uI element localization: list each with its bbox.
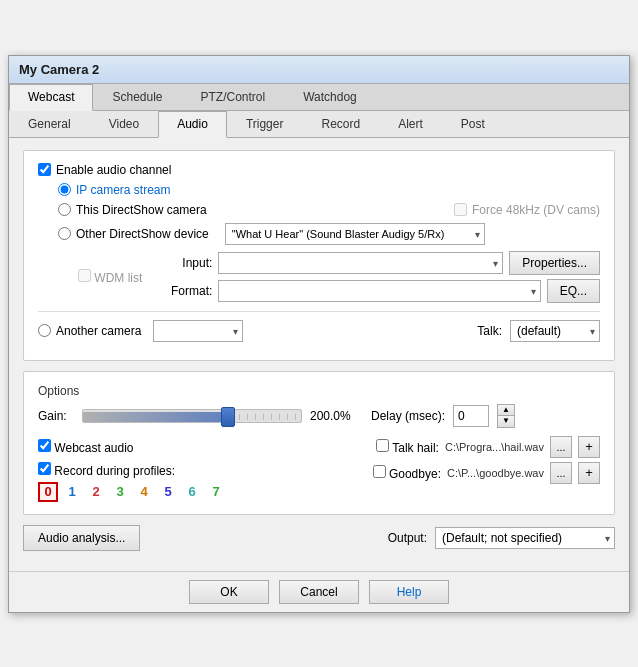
talk-select[interactable]: (default) — [510, 320, 600, 342]
cancel-button[interactable]: Cancel — [279, 580, 359, 604]
tab-post[interactable]: Post — [442, 111, 504, 137]
talk-hail-checkbox[interactable] — [376, 439, 389, 452]
directshow-camera-row: This DirectShow camera Force 48kHz (DV c… — [58, 203, 600, 217]
tab-webcast[interactable]: Webcast — [9, 84, 93, 111]
talk-hail-label[interactable]: Talk hail: — [376, 439, 439, 455]
talk-label: Talk: — [477, 324, 502, 338]
enable-audio-row: Enable audio channel — [38, 163, 600, 177]
gain-value: 200.0% — [310, 409, 355, 423]
tab-trigger[interactable]: Trigger — [227, 111, 303, 137]
title-bar: My Camera 2 — [9, 56, 629, 84]
tab-record[interactable]: Record — [302, 111, 379, 137]
bottom-buttons: OK Cancel Help — [9, 571, 629, 612]
delay-input[interactable] — [453, 405, 489, 427]
main-window: My Camera 2 Webcast Schedule PTZ/Control… — [8, 55, 630, 613]
other-device-label[interactable]: Other DirectShow device — [58, 227, 209, 241]
window-title: My Camera 2 — [19, 62, 99, 77]
top-tab-bar: Webcast Schedule PTZ/Control Watchdog — [9, 84, 629, 111]
goodbye-checkbox[interactable] — [373, 465, 386, 478]
talk-hail-add-button[interactable]: + — [578, 436, 600, 458]
goodbye-add-button[interactable]: + — [578, 462, 600, 484]
talk-hail-browse-button[interactable]: ... — [550, 436, 572, 458]
profile-0[interactable]: 0 — [38, 482, 58, 502]
gain-label: Gain: — [38, 409, 74, 423]
force-48khz-checkbox[interactable] — [454, 203, 467, 216]
tab-watchdog[interactable]: Watchdog — [284, 84, 376, 110]
tab-schedule[interactable]: Schedule — [93, 84, 181, 110]
audio-section: Enable audio channel IP camera stream Th… — [23, 150, 615, 361]
ip-camera-row: IP camera stream — [58, 183, 600, 197]
tab-alert[interactable]: Alert — [379, 111, 442, 137]
gain-row: Gain: 200.0% Delay (msec): ▲ ▼ — [38, 404, 600, 428]
profile-3[interactable]: 3 — [110, 482, 130, 502]
record-during-label[interactable]: Record during profiles: — [38, 464, 175, 478]
profile-6[interactable]: 6 — [182, 482, 202, 502]
tab-general[interactable]: General — [9, 111, 90, 137]
tab-video[interactable]: Video — [90, 111, 158, 137]
delay-label: Delay (msec): — [371, 409, 445, 423]
help-button[interactable]: Help — [369, 580, 449, 604]
properties-button[interactable]: Properties... — [509, 251, 600, 275]
wdm-input-row: WDM list Input: Properties... Format: EQ… — [78, 251, 600, 303]
audio-analysis-button[interactable]: Audio analysis... — [23, 525, 140, 551]
sound-device-select[interactable]: "What U Hear" (Sound Blaster Audigy 5/Rx… — [225, 223, 485, 245]
other-device-row: Other DirectShow device "What U Hear" (S… — [58, 223, 600, 245]
goodbye-browse-button[interactable]: ... — [550, 462, 572, 484]
slider-fill — [83, 412, 228, 422]
force-48khz-label[interactable]: Force 48kHz (DV cams) — [454, 203, 600, 217]
webcast-audio-checkbox[interactable] — [38, 439, 51, 452]
gain-slider[interactable] — [82, 409, 302, 423]
options-section: Options Gain: 200.0% Delay (msec): ▲ ▼ — [23, 371, 615, 515]
delay-up-button[interactable]: ▲ — [498, 405, 514, 416]
delay-spinner: ▲ ▼ — [497, 404, 515, 428]
eq-button[interactable]: EQ... — [547, 279, 600, 303]
delay-down-button[interactable]: ▼ — [498, 416, 514, 427]
directshow-camera-label[interactable]: This DirectShow camera — [58, 203, 207, 217]
webcast-talk-row: Webcast audio Talk hail: C:\Progra...\ha… — [38, 436, 600, 458]
profile-7[interactable]: 7 — [206, 482, 226, 502]
analysis-output-row: Audio analysis... Output: (Default; not … — [23, 525, 615, 551]
options-label: Options — [38, 384, 600, 398]
another-camera-label[interactable]: Another camera — [38, 324, 141, 338]
tab-audio[interactable]: Audio — [158, 111, 227, 138]
another-camera-select[interactable] — [153, 320, 243, 342]
profile-2[interactable]: 2 — [86, 482, 106, 502]
format-select[interactable] — [218, 280, 540, 302]
another-camera-row: Another camera Talk: (default) — [38, 320, 600, 342]
ip-camera-radio[interactable] — [58, 183, 71, 196]
talk-hail-path: C:\Progra...\hail.wav — [445, 441, 544, 453]
output-select[interactable]: (Default; not specified) — [435, 527, 615, 549]
record-goodbye-row: Record during profiles: 0 1 2 3 4 5 6 7 — [38, 462, 600, 502]
wdm-list-label[interactable]: WDM list — [78, 269, 142, 285]
wdm-list-checkbox[interactable] — [78, 269, 91, 282]
bottom-tab-bar: General Video Audio Trigger Record Alert… — [9, 111, 629, 138]
other-device-radio[interactable] — [58, 227, 71, 240]
record-during-checkbox[interactable] — [38, 462, 51, 475]
enable-audio-label[interactable]: Enable audio channel — [38, 163, 171, 177]
profile-4[interactable]: 4 — [134, 482, 154, 502]
ok-button[interactable]: OK — [189, 580, 269, 604]
input-label: Input: — [162, 256, 212, 270]
input-select[interactable] — [218, 252, 503, 274]
profile-5[interactable]: 5 — [158, 482, 178, 502]
goodbye-label[interactable]: Goodbye: — [373, 465, 441, 481]
enable-audio-checkbox[interactable] — [38, 163, 51, 176]
content-area: Enable audio channel IP camera stream Th… — [9, 138, 629, 571]
directshow-camera-radio[interactable] — [58, 203, 71, 216]
goodbye-path: C:\P...\goodbye.wav — [447, 467, 544, 479]
webcast-audio-label[interactable]: Webcast audio — [38, 439, 134, 455]
profile-1[interactable]: 1 — [62, 482, 82, 502]
slider-thumb[interactable] — [221, 407, 235, 427]
record-profiles-section: Record during profiles: 0 1 2 3 4 5 6 7 — [38, 462, 226, 502]
tab-ptz-control[interactable]: PTZ/Control — [182, 84, 285, 110]
another-camera-radio[interactable] — [38, 324, 51, 337]
ip-camera-label[interactable]: IP camera stream — [58, 183, 170, 197]
output-label: Output: — [388, 531, 427, 545]
format-label: Format: — [162, 284, 212, 298]
profile-numbers: 0 1 2 3 4 5 6 7 — [38, 482, 226, 502]
